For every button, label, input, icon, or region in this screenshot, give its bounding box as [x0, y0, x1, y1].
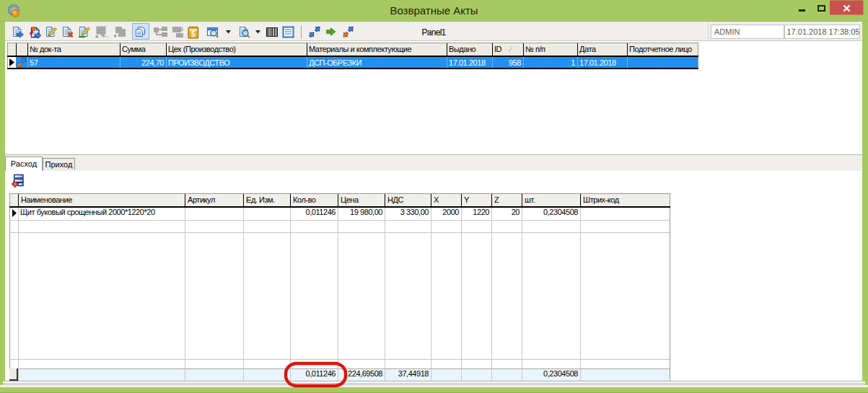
svg-text:5: 5 — [191, 30, 196, 38]
